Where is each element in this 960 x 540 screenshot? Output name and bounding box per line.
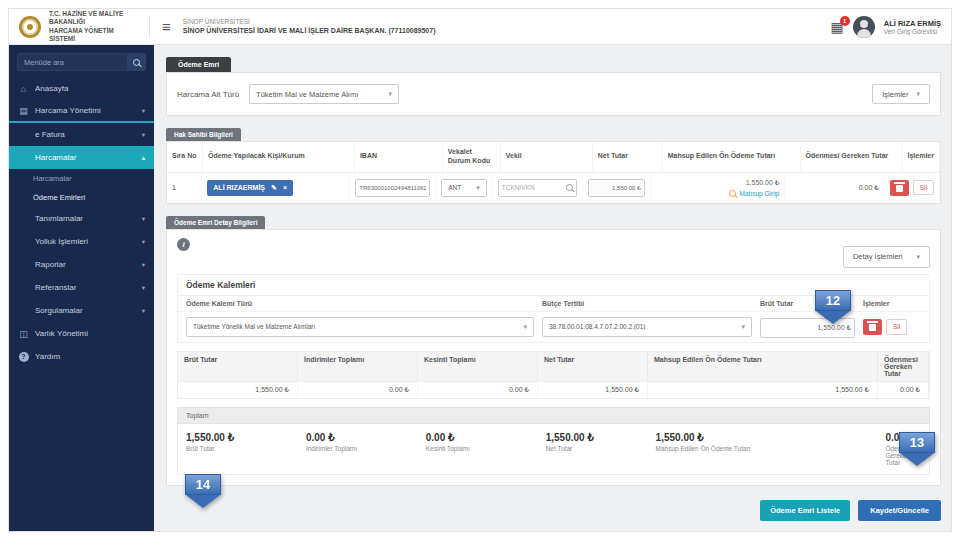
cell-iban — [350, 173, 436, 203]
sidebar-item-harcama-yonetimi[interactable]: ▤ Harcama Yönetimi ▾ — [9, 100, 154, 123]
kisi-pill-button[interactable]: ALİ RIZAERMİŞ ✎ × — [207, 180, 293, 196]
kalem-turu-select[interactable]: Tüketime Yönelik Mal ve Malzeme Alımları… — [186, 317, 534, 337]
sidebar-item-harcamalar[interactable]: Harcamalar ▴ — [9, 146, 154, 169]
sidebar-item-label: Referanslar — [35, 283, 76, 292]
chevron-down-icon: ▾ — [142, 215, 145, 223]
home-icon: ⌂ — [18, 84, 29, 94]
islemler-dropdown-button[interactable]: İşlemler ▾ — [872, 84, 930, 104]
col-vekil: Vekil — [501, 142, 593, 172]
apps-grid-icon[interactable]: ▦ 1 — [831, 20, 844, 34]
mahsup-amount: 1,550.00 ₺ — [746, 179, 780, 187]
sidebar-item-referanslar[interactable]: Referanslar ▾ — [9, 276, 154, 299]
chevron-down-icon: ▾ — [142, 238, 145, 246]
summary-values-row: 1,550.00 ₺ 0.00 ₺ 0.00 ₺ 1,550.00 ₺ 1,55… — [177, 382, 930, 399]
sidebar-item-e-fatura[interactable]: e Fatura ▾ — [9, 123, 154, 146]
detay-islemleri-dropdown[interactable]: Detay İşlemleri ▾ — [843, 246, 930, 268]
search-icon[interactable] — [566, 184, 573, 191]
trash-icon — [896, 185, 903, 192]
page-tab-odeme-emri[interactable]: Ödeme Emri — [166, 57, 231, 72]
search-button[interactable] — [127, 54, 145, 70]
toplam-mahsup: 1,550.00 ₺ Mahsup Edilen Ön Ödeme Tutarı — [656, 432, 886, 466]
sum-col-indirimler: İndirimler Toplamı — [298, 352, 418, 381]
table-row: 1 ALİ RIZAERMİŞ ✎ × ANT — [167, 173, 940, 203]
topbar-right: ▦ 1 ALİ RIZA ERMİŞ Veri Giriş Görevlisi — [831, 16, 941, 38]
mahsup-link-label: Mahsup Girişi — [740, 190, 780, 197]
sidebar-item-raporlar[interactable]: Raporlar ▾ — [9, 253, 154, 276]
ministry-logo — [19, 16, 41, 38]
info-icon[interactable]: i — [177, 238, 190, 251]
odeme-emri-listele-button[interactable]: Ödeme Emri Listele — [760, 500, 850, 521]
edit-icon[interactable]: ✎ — [271, 184, 277, 192]
cell-odenmesi: 0.00 ₺ — [785, 173, 884, 203]
avatar[interactable] — [853, 16, 875, 38]
toplam-brut: 1,550.00 ₺ Brüt Tutar — [186, 432, 306, 466]
vekil-input[interactable] — [498, 179, 577, 197]
mahsup-girisi-link[interactable]: Mahsup Girişi — [729, 190, 780, 197]
sidebar-item-yolluk-islemleri[interactable]: Yolluk İşlemleri ▾ — [9, 230, 154, 253]
remove-icon[interactable]: × — [283, 184, 287, 191]
cell-islemler: Sil — [885, 173, 940, 203]
caret-down-icon: ▾ — [476, 184, 480, 192]
brut-tutar-input[interactable] — [760, 318, 855, 338]
sidebar-item-tanimlamalar[interactable]: Tanımlamalar ▾ — [9, 207, 154, 230]
delete-kalem-button[interactable] — [863, 319, 882, 335]
detay-section-label: Ödeme Emri Detay Bilgileri — [166, 216, 265, 229]
user-info: ALİ RIZA ERMİŞ Veri Giriş Görevlisi — [884, 19, 941, 35]
vekalet-select[interactable]: ANT ▾ — [441, 179, 487, 197]
harcama-alt-turu-select[interactable]: Tüketim Mal ve Malzeme Alımı ▾ — [249, 84, 399, 104]
user-role: Veri Giriş Görevlisi — [884, 28, 941, 35]
kalem-header-row: Ödeme Kalemi Türü Bütçe Tertibi Brüt Tut… — [178, 296, 929, 312]
cell-sira-no: 1 — [167, 173, 202, 203]
sum-val-mahsup: 1,550.00 ₺ — [648, 382, 878, 398]
delete-row-button[interactable] — [890, 180, 909, 196]
sum-col-mahsup: Mahsup Edilen Ön Ödeme Tutarı — [648, 352, 878, 381]
sidebar-item-sorgulamalar[interactable]: Sorgulamalar ▾ — [9, 299, 154, 322]
sidebar: ⌂ Anasayfa ▤ Harcama Yönetimi ▾ e Fatura… — [9, 45, 154, 531]
table-header-row: Sıra No Ödeme Yapılacak Kişi/Kurum IBAN … — [167, 142, 940, 173]
sidebar-subitem-odeme-emirleri[interactable]: Ödeme Emirleri — [9, 188, 154, 207]
detay-islemleri-label: Detay İşlemleri — [853, 252, 903, 261]
hak-sahibi-table: Sıra No Ödeme Yapılacak Kişi/Kurum IBAN … — [166, 141, 941, 204]
sum-val-odenmesi: 0.00 ₺ — [878, 382, 929, 398]
sidebar-item-label: Yolluk İşlemleri — [35, 237, 88, 246]
sidebar-search — [17, 53, 146, 71]
kaydet-guncelle-button[interactable]: Kaydet/Güncelle — [858, 500, 941, 521]
sidebar-item-yardim[interactable]: ? Yardım — [9, 345, 154, 368]
sidebar-item-varlik-yonetimi[interactable]: ◫ Varlık Yönetimi — [9, 322, 154, 345]
org-unit: SİNOP ÜNİVERSİTESİ İDARİ VE MALİ İŞLER D… — [183, 26, 436, 35]
sidebar-item-label: Harcamalar — [35, 153, 76, 162]
menu-toggle-button[interactable]: ≡ — [158, 18, 175, 35]
odeme-kalemleri-title: Ödeme Kalemleri — [178, 275, 929, 296]
col-mahsup: Mahsup Edilen Ön Ödeme Tutarı — [663, 142, 801, 172]
butce-tertibi-select[interactable]: 38.78.00.01.08.4.7.07.2.00.2.(01) ▾ — [542, 317, 752, 337]
sum-val-net: 1,550.00 ₺ — [538, 382, 648, 398]
sil-button[interactable]: Sil — [886, 319, 907, 335]
col-kalem-turu: Ödeme Kalemi Türü — [186, 300, 534, 307]
sidebar-subitem-harcamalar[interactable]: Harcamalar — [9, 169, 154, 188]
sum-col-odenmesi: Ödenmesi Gereken Tutar — [878, 352, 929, 381]
caret-down-icon: ▾ — [916, 90, 920, 98]
sidebar-item-label: Sorgulamalar — [35, 306, 83, 315]
iban-input[interactable] — [355, 179, 430, 197]
col-sira-no: Sıra No — [167, 142, 203, 172]
toplam-bar: Toplam — [177, 407, 930, 424]
net-tutar-input[interactable] — [588, 179, 645, 197]
sidebar-subitem-label: Ödeme Emirleri — [33, 193, 85, 202]
cell-vekil — [493, 173, 583, 203]
bank-icon: ◫ — [18, 329, 29, 339]
odenmesi-amount: 0.00 ₺ — [859, 184, 879, 192]
chevron-down-icon: ▾ — [142, 307, 145, 315]
sil-button[interactable]: Sil — [913, 180, 934, 195]
menu-search-input[interactable] — [18, 54, 127, 70]
org-header: SİNOP ÜNİVERSİTESİ SİNOP ÜNİVERSİTESİ İD… — [183, 18, 436, 36]
trash-icon — [869, 324, 876, 331]
toplam-kesinti: 0.00 ₺ Kesinti Toplamı — [426, 432, 546, 466]
cell-kisi: ALİ RIZAERMİŞ ✎ × — [202, 173, 350, 203]
sidebar-item-label: Tanımlamalar — [35, 214, 83, 223]
caret-down-icon: ▾ — [741, 323, 745, 331]
app-window: T.C. HAZİNE VE MALİYE BAKANLIĞI HARCAMA … — [8, 8, 952, 532]
sidebar-item-anasayfa[interactable]: ⌂ Anasayfa — [9, 77, 154, 100]
card-icon: ▤ — [18, 106, 29, 116]
hak-sahibi-section-label: Hak Sahibi Bilgileri — [166, 128, 241, 141]
select-value: ANT — [448, 184, 461, 191]
